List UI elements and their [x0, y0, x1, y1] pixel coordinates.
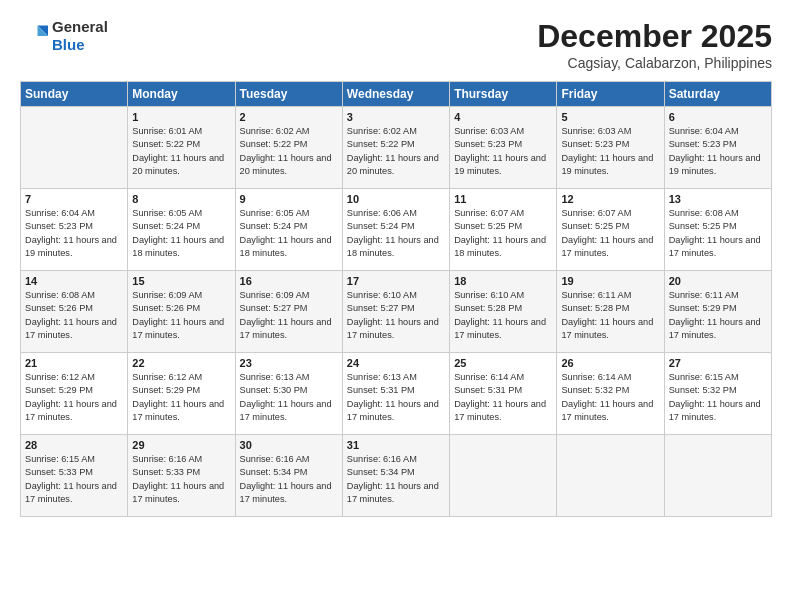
- calendar-cell: 13Sunrise: 6:08 AM Sunset: 5:25 PM Dayli…: [664, 189, 771, 271]
- col-header-wednesday: Wednesday: [342, 82, 449, 107]
- day-number: 21: [25, 357, 123, 369]
- logo-text: General Blue: [52, 18, 108, 54]
- day-info: Sunrise: 6:11 AM Sunset: 5:29 PM Dayligh…: [669, 289, 767, 342]
- day-number: 18: [454, 275, 552, 287]
- day-info: Sunrise: 6:08 AM Sunset: 5:26 PM Dayligh…: [25, 289, 123, 342]
- day-number: 29: [132, 439, 230, 451]
- calendar-cell: 15Sunrise: 6:09 AM Sunset: 5:26 PM Dayli…: [128, 271, 235, 353]
- day-info: Sunrise: 6:07 AM Sunset: 5:25 PM Dayligh…: [561, 207, 659, 260]
- calendar-cell: 9Sunrise: 6:05 AM Sunset: 5:24 PM Daylig…: [235, 189, 342, 271]
- col-header-friday: Friday: [557, 82, 664, 107]
- day-number: 1: [132, 111, 230, 123]
- day-info: Sunrise: 6:16 AM Sunset: 5:33 PM Dayligh…: [132, 453, 230, 506]
- day-info: Sunrise: 6:15 AM Sunset: 5:33 PM Dayligh…: [25, 453, 123, 506]
- calendar-cell: 24Sunrise: 6:13 AM Sunset: 5:31 PM Dayli…: [342, 353, 449, 435]
- col-header-saturday: Saturday: [664, 82, 771, 107]
- calendar-cell: 21Sunrise: 6:12 AM Sunset: 5:29 PM Dayli…: [21, 353, 128, 435]
- day-number: 28: [25, 439, 123, 451]
- calendar-cell: 20Sunrise: 6:11 AM Sunset: 5:29 PM Dayli…: [664, 271, 771, 353]
- day-info: Sunrise: 6:16 AM Sunset: 5:34 PM Dayligh…: [347, 453, 445, 506]
- day-info: Sunrise: 6:05 AM Sunset: 5:24 PM Dayligh…: [240, 207, 338, 260]
- page: General Blue December 2025 Cagsiay, Cala…: [0, 0, 792, 612]
- day-info: Sunrise: 6:05 AM Sunset: 5:24 PM Dayligh…: [132, 207, 230, 260]
- title-block: December 2025 Cagsiay, Calabarzon, Phili…: [537, 18, 772, 71]
- calendar-cell: 29Sunrise: 6:16 AM Sunset: 5:33 PM Dayli…: [128, 435, 235, 517]
- day-info: Sunrise: 6:06 AM Sunset: 5:24 PM Dayligh…: [347, 207, 445, 260]
- calendar-cell: 2Sunrise: 6:02 AM Sunset: 5:22 PM Daylig…: [235, 107, 342, 189]
- day-info: Sunrise: 6:10 AM Sunset: 5:27 PM Dayligh…: [347, 289, 445, 342]
- day-number: 8: [132, 193, 230, 205]
- col-header-monday: Monday: [128, 82, 235, 107]
- calendar-cell: 19Sunrise: 6:11 AM Sunset: 5:28 PM Dayli…: [557, 271, 664, 353]
- calendar-cell: [664, 435, 771, 517]
- day-info: Sunrise: 6:14 AM Sunset: 5:31 PM Dayligh…: [454, 371, 552, 424]
- day-info: Sunrise: 6:04 AM Sunset: 5:23 PM Dayligh…: [25, 207, 123, 260]
- week-row-2: 7Sunrise: 6:04 AM Sunset: 5:23 PM Daylig…: [21, 189, 772, 271]
- calendar-cell: 22Sunrise: 6:12 AM Sunset: 5:29 PM Dayli…: [128, 353, 235, 435]
- calendar-cell: 14Sunrise: 6:08 AM Sunset: 5:26 PM Dayli…: [21, 271, 128, 353]
- day-number: 12: [561, 193, 659, 205]
- day-number: 14: [25, 275, 123, 287]
- day-info: Sunrise: 6:15 AM Sunset: 5:32 PM Dayligh…: [669, 371, 767, 424]
- calendar-cell: 25Sunrise: 6:14 AM Sunset: 5:31 PM Dayli…: [450, 353, 557, 435]
- day-number: 7: [25, 193, 123, 205]
- day-info: Sunrise: 6:10 AM Sunset: 5:28 PM Dayligh…: [454, 289, 552, 342]
- day-number: 22: [132, 357, 230, 369]
- day-info: Sunrise: 6:12 AM Sunset: 5:29 PM Dayligh…: [132, 371, 230, 424]
- day-number: 24: [347, 357, 445, 369]
- col-header-sunday: Sunday: [21, 82, 128, 107]
- day-number: 5: [561, 111, 659, 123]
- day-number: 27: [669, 357, 767, 369]
- day-number: 17: [347, 275, 445, 287]
- day-info: Sunrise: 6:13 AM Sunset: 5:30 PM Dayligh…: [240, 371, 338, 424]
- day-number: 3: [347, 111, 445, 123]
- calendar-cell: [450, 435, 557, 517]
- day-info: Sunrise: 6:02 AM Sunset: 5:22 PM Dayligh…: [240, 125, 338, 178]
- calendar-cell: 8Sunrise: 6:05 AM Sunset: 5:24 PM Daylig…: [128, 189, 235, 271]
- calendar-table: SundayMondayTuesdayWednesdayThursdayFrid…: [20, 81, 772, 517]
- calendar-cell: 4Sunrise: 6:03 AM Sunset: 5:23 PM Daylig…: [450, 107, 557, 189]
- day-info: Sunrise: 6:13 AM Sunset: 5:31 PM Dayligh…: [347, 371, 445, 424]
- calendar-cell: [21, 107, 128, 189]
- day-info: Sunrise: 6:02 AM Sunset: 5:22 PM Dayligh…: [347, 125, 445, 178]
- day-number: 25: [454, 357, 552, 369]
- day-info: Sunrise: 6:07 AM Sunset: 5:25 PM Dayligh…: [454, 207, 552, 260]
- calendar-cell: 31Sunrise: 6:16 AM Sunset: 5:34 PM Dayli…: [342, 435, 449, 517]
- day-number: 15: [132, 275, 230, 287]
- day-number: 20: [669, 275, 767, 287]
- week-row-3: 14Sunrise: 6:08 AM Sunset: 5:26 PM Dayli…: [21, 271, 772, 353]
- day-info: Sunrise: 6:14 AM Sunset: 5:32 PM Dayligh…: [561, 371, 659, 424]
- day-number: 16: [240, 275, 338, 287]
- calendar-cell: 1Sunrise: 6:01 AM Sunset: 5:22 PM Daylig…: [128, 107, 235, 189]
- day-number: 26: [561, 357, 659, 369]
- calendar-cell: 11Sunrise: 6:07 AM Sunset: 5:25 PM Dayli…: [450, 189, 557, 271]
- calendar-cell: 6Sunrise: 6:04 AM Sunset: 5:23 PM Daylig…: [664, 107, 771, 189]
- header: General Blue December 2025 Cagsiay, Cala…: [20, 18, 772, 71]
- calendar-cell: 7Sunrise: 6:04 AM Sunset: 5:23 PM Daylig…: [21, 189, 128, 271]
- day-number: 2: [240, 111, 338, 123]
- day-info: Sunrise: 6:09 AM Sunset: 5:27 PM Dayligh…: [240, 289, 338, 342]
- logo-icon: [20, 22, 48, 50]
- location-subtitle: Cagsiay, Calabarzon, Philippines: [537, 55, 772, 71]
- calendar-cell: 16Sunrise: 6:09 AM Sunset: 5:27 PM Dayli…: [235, 271, 342, 353]
- day-info: Sunrise: 6:03 AM Sunset: 5:23 PM Dayligh…: [454, 125, 552, 178]
- week-row-5: 28Sunrise: 6:15 AM Sunset: 5:33 PM Dayli…: [21, 435, 772, 517]
- day-info: Sunrise: 6:03 AM Sunset: 5:23 PM Dayligh…: [561, 125, 659, 178]
- col-header-tuesday: Tuesday: [235, 82, 342, 107]
- week-row-1: 1Sunrise: 6:01 AM Sunset: 5:22 PM Daylig…: [21, 107, 772, 189]
- day-info: Sunrise: 6:09 AM Sunset: 5:26 PM Dayligh…: [132, 289, 230, 342]
- day-number: 31: [347, 439, 445, 451]
- calendar-cell: 5Sunrise: 6:03 AM Sunset: 5:23 PM Daylig…: [557, 107, 664, 189]
- day-info: Sunrise: 6:12 AM Sunset: 5:29 PM Dayligh…: [25, 371, 123, 424]
- day-info: Sunrise: 6:04 AM Sunset: 5:23 PM Dayligh…: [669, 125, 767, 178]
- day-info: Sunrise: 6:11 AM Sunset: 5:28 PM Dayligh…: [561, 289, 659, 342]
- calendar-cell: 10Sunrise: 6:06 AM Sunset: 5:24 PM Dayli…: [342, 189, 449, 271]
- calendar-cell: 18Sunrise: 6:10 AM Sunset: 5:28 PM Dayli…: [450, 271, 557, 353]
- day-number: 11: [454, 193, 552, 205]
- calendar-cell: 27Sunrise: 6:15 AM Sunset: 5:32 PM Dayli…: [664, 353, 771, 435]
- day-number: 13: [669, 193, 767, 205]
- month-title: December 2025: [537, 18, 772, 55]
- day-number: 30: [240, 439, 338, 451]
- calendar-cell: 23Sunrise: 6:13 AM Sunset: 5:30 PM Dayli…: [235, 353, 342, 435]
- calendar-cell: [557, 435, 664, 517]
